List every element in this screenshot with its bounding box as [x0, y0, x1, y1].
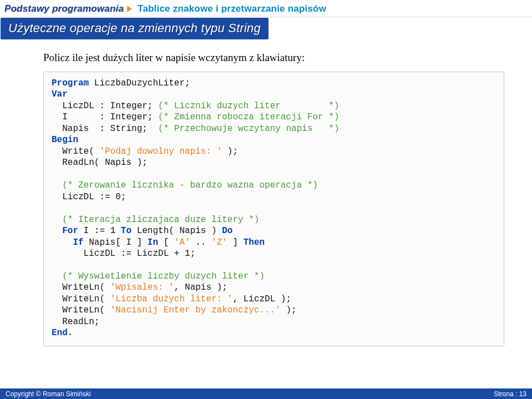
- footer: Copyright © Roman Simiński Strona : 13: [0, 388, 532, 399]
- string-literal: 'Nacisnij Enter by zakonczyc...': [110, 305, 281, 315]
- kw-end: End: [52, 328, 68, 338]
- code-t: );: [222, 147, 238, 156]
- kw-in: In: [148, 238, 158, 248]
- prompt-text: Policz ile jest dużych liter w napisie w…: [43, 52, 504, 64]
- string-literal: 'A': [174, 238, 190, 248]
- kw-do: Do: [222, 226, 232, 236]
- code-t: ]: [227, 238, 244, 248]
- code-box: Program LiczbaDuzychLiter; Var LiczDL : …: [43, 72, 504, 346]
- code-t: Write(: [52, 147, 99, 156]
- comment: (* Licznik duzych liter *): [158, 101, 339, 111]
- code-listing: Program LiczbaDuzychLiter; Var LiczDL : …: [52, 78, 496, 339]
- brand-arrow-icon: [127, 6, 132, 12]
- code-t: Length( Napis ): [131, 226, 222, 236]
- author-name: Roman Simiński: [43, 390, 91, 398]
- code-t: [52, 180, 62, 190]
- kw-begin: Begin: [52, 135, 78, 145]
- kw-then: Then: [244, 238, 265, 248]
- string-literal: 'Liczba dużych liter: ': [110, 294, 233, 304]
- kw-to: To: [121, 226, 131, 236]
- code-t: I := 1: [78, 226, 121, 236]
- kw-for: For: [62, 226, 78, 236]
- code-t: LiczbaDuzychLiter;: [89, 78, 190, 88]
- page-label: Strona :: [494, 390, 519, 398]
- code-t: [: [158, 238, 174, 248]
- code-t: WriteLn(: [52, 294, 110, 304]
- code-t: [52, 215, 62, 225]
- footer-copyright: Copyright © Roman Simiński: [6, 390, 91, 398]
- subject-label: Tablice znakowe i przetwarzanie napisów: [138, 3, 326, 14]
- string-literal: 'Podaj dowolny napis: ': [99, 147, 222, 156]
- page-title: Użyteczne operacje na zmiennych typu Str…: [1, 18, 268, 39]
- code-t: I : Integer;: [52, 112, 158, 122]
- code-t: ReadLn( Napis );: [52, 158, 148, 168]
- code-t: ReadLn;: [52, 317, 99, 327]
- code-t: Napis : String;: [52, 124, 158, 134]
- code-t: );: [281, 305, 297, 315]
- code-t: WriteLn(: [52, 305, 110, 315]
- code-t: .: [68, 328, 73, 338]
- brand-label: Podstawy programowania: [4, 3, 124, 14]
- comment: (* Zerowanie licznika - bardzo wazna ope…: [62, 180, 318, 190]
- code-t: , Napis );: [174, 282, 227, 292]
- string-literal: 'Z': [211, 238, 227, 248]
- code-t: LiczDL := 0;: [52, 192, 126, 202]
- kw-if: If: [73, 238, 83, 248]
- code-t: Napis[ I ]: [84, 238, 148, 248]
- comment: (* Zmienna robocza iteracji For *): [158, 112, 339, 122]
- code-t: [52, 226, 62, 236]
- code-t: ..: [190, 238, 211, 248]
- code-t: [52, 271, 62, 281]
- header: Podstawy programowania Tablice znakowe i…: [0, 0, 532, 17]
- kw-var: Var: [52, 89, 68, 99]
- string-literal: 'Wpisales: ': [110, 282, 174, 292]
- code-t: [52, 238, 73, 248]
- code-t: LiczDL : Integer;: [52, 101, 158, 111]
- code-t: , LiczDL );: [232, 294, 291, 304]
- comment: (* Iteracja zliczajaca duze litery *): [62, 215, 259, 225]
- footer-page: Strona : 13: [494, 390, 526, 398]
- copyright-label: Copyright ©: [6, 390, 43, 398]
- comment: (* Wyswietlenie liczby duzych liter *): [62, 271, 265, 281]
- comment: (* Przechowuje wczytany napis *): [158, 124, 339, 134]
- page-number: 13: [519, 390, 526, 398]
- code-t: WriteLn(: [52, 282, 110, 292]
- code-t: LiczDL := LiczDL + 1;: [52, 249, 195, 259]
- kw-program: Program: [52, 78, 89, 88]
- content-area: Policz ile jest dużych liter w napisie w…: [0, 39, 532, 352]
